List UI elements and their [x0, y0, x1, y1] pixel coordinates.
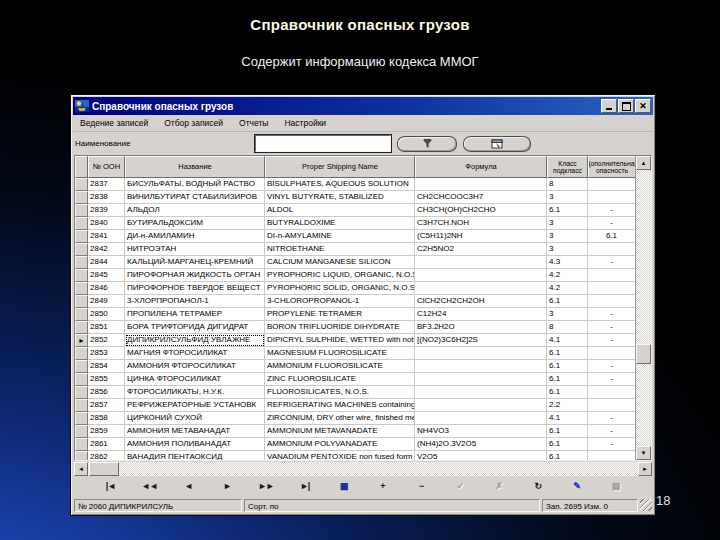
resize-grip[interactable] [640, 499, 652, 511]
cell-class[interactable]: 4.2 [547, 269, 588, 282]
cell-proper-shipping-name[interactable]: CALCIUM MANGANESE SILICON [265, 256, 415, 269]
cell-name[interactable]: КАЛЬЦИЙ-МАРГАНЕЦ-КРЕМНИЙ [125, 256, 265, 269]
nav-first-button[interactable]: |◄ [98, 481, 122, 491]
cell-name[interactable]: РЕФРИЖЕРАТОРНЫЕ УСТАНОВК [125, 399, 265, 412]
vertical-scrollbar[interactable]: ▲ ▼ [635, 156, 651, 460]
row-indicator[interactable] [75, 178, 88, 191]
nav-next-button[interactable]: ► [215, 481, 239, 491]
cell-class[interactable]: 6.1 [547, 295, 588, 308]
cell-un-number[interactable]: 2862 [88, 451, 125, 461]
cell-additional-hazard[interactable]: - [588, 412, 636, 425]
filter-button[interactable] [397, 136, 457, 152]
row-indicator[interactable] [75, 243, 88, 256]
cell-formula[interactable] [415, 386, 547, 399]
cell-formula[interactable] [415, 373, 547, 386]
cell-class[interactable]: 6.1 [547, 438, 588, 451]
cell-un-number[interactable]: 2845 [88, 269, 125, 282]
cell-un-number[interactable]: 2844 [88, 256, 125, 269]
header-formula[interactable]: Формула [415, 156, 547, 178]
cell-un-number[interactable]: 2856 [88, 386, 125, 399]
cell-class[interactable]: 4.3 [547, 256, 588, 269]
cell-un-number[interactable]: 2851 [88, 321, 125, 334]
cell-name[interactable]: БИСУЛЬФАТЫ, ВОДНЫЙ РАСТВО [125, 178, 265, 191]
cell-formula[interactable] [415, 412, 547, 425]
cell-formula[interactable]: BF3.2H2O [415, 321, 547, 334]
cell-un-number[interactable]: 2840 [88, 217, 125, 230]
cell-un-number[interactable]: 2841 [88, 230, 125, 243]
row-indicator[interactable] [75, 399, 88, 412]
cell-proper-shipping-name[interactable]: 3-CHLOROPROPANOL-1 [265, 295, 415, 308]
scroll-right-arrow-icon[interactable]: ► [638, 462, 652, 476]
cell-formula[interactable] [415, 282, 547, 295]
nav-filter-pen-button[interactable]: ✎ [565, 481, 589, 491]
nav-refresh-button[interactable]: ↻ [526, 481, 550, 491]
cell-proper-shipping-name[interactable]: DI-n-AMYLAMINE [265, 230, 415, 243]
cell-un-number[interactable]: 2846 [88, 282, 125, 295]
cell-un-number[interactable]: 2850 [88, 308, 125, 321]
horizontal-scrollbar[interactable]: ◄ ► [74, 462, 652, 476]
cell-class[interactable]: 4.1 [547, 334, 588, 347]
cell-proper-shipping-name[interactable]: AMMONIUM FLUOROSILICATE [265, 360, 415, 373]
cell-formula[interactable]: C12H24 [415, 308, 547, 321]
cell-name[interactable]: БУТИРАЛЬДОКСИМ [125, 217, 265, 230]
cell-proper-shipping-name[interactable]: MAGNESIUM FLUOROSILICATE [265, 347, 415, 360]
cell-name[interactable]: ЦИНКА ФТОРОСИЛИКАТ [125, 373, 265, 386]
cell-class[interactable]: 6.1 [547, 451, 588, 461]
row-indicator[interactable] [75, 269, 88, 282]
cell-un-number[interactable]: 2838 [88, 191, 125, 204]
cell-class[interactable]: 3 [547, 217, 588, 230]
cell-class[interactable]: 6.1 [547, 386, 588, 399]
cell-additional-hazard[interactable]: - [588, 256, 636, 269]
cell-additional-hazard[interactable] [588, 243, 636, 256]
row-indicator[interactable] [75, 321, 88, 334]
nav-prior-button[interactable]: ◄ [176, 481, 200, 491]
minimize-button[interactable] [601, 99, 617, 113]
row-indicator[interactable] [75, 386, 88, 399]
cell-name[interactable]: ПИРОФОРНАЯ ЖИДКОСТЬ ОРГАН [125, 269, 265, 282]
cell-un-number[interactable]: 2857 [88, 399, 125, 412]
cell-class[interactable]: 6.1 [547, 425, 588, 438]
cell-additional-hazard[interactable]: - [588, 334, 636, 347]
row-indicator[interactable] [75, 295, 88, 308]
cell-proper-shipping-name[interactable]: REFRIGERATING MACHINES containing no [265, 399, 415, 412]
cell-un-number[interactable]: 2852 [88, 334, 125, 347]
cell-formula[interactable]: C3H7CH.NOH [415, 217, 547, 230]
row-indicator[interactable] [75, 438, 88, 451]
nav-next-page-button[interactable]: ►► [254, 481, 278, 491]
cell-class[interactable]: 3 [547, 243, 588, 256]
cell-proper-shipping-name[interactable]: PYROPHORIC SOLID, ORGANIC, N.O.S. [265, 282, 415, 295]
cell-formula[interactable]: ClCH2CH2CH2OH [415, 295, 547, 308]
row-indicator[interactable] [75, 256, 88, 269]
cell-proper-shipping-name[interactable]: FLUOROSILICATES, N.O.S. [265, 386, 415, 399]
cell-proper-shipping-name[interactable]: BISULPHATES, AQUEOUS SOLUTION [265, 178, 415, 191]
cell-un-number[interactable]: 2855 [88, 373, 125, 386]
cell-class[interactable]: 6.1 [547, 373, 588, 386]
row-indicator[interactable] [75, 412, 88, 425]
cell-formula[interactable]: V2O5 [415, 451, 547, 461]
cell-proper-shipping-name[interactable]: ALDOL [265, 204, 415, 217]
cell-additional-hazard[interactable]: - [588, 321, 636, 334]
cell-additional-hazard[interactable] [588, 178, 636, 191]
cell-class[interactable]: 3 [547, 230, 588, 243]
cell-un-number[interactable]: 2853 [88, 347, 125, 360]
menu-item-reports[interactable]: Отчеты [236, 116, 275, 130]
cell-proper-shipping-name[interactable]: DIPICRYL SULPHIDE, WETTED with not les [265, 334, 415, 347]
row-indicator[interactable]: ► [75, 334, 88, 347]
cell-class[interactable]: 8 [547, 178, 588, 191]
cell-formula[interactable] [415, 269, 547, 282]
maximize-button[interactable] [618, 99, 634, 113]
cell-additional-hazard[interactable] [588, 347, 636, 360]
nav-prior-page-button[interactable]: ◄◄ [137, 481, 161, 491]
cell-formula[interactable]: NH4VO3 [415, 425, 547, 438]
cell-formula[interactable] [415, 256, 547, 269]
cell-name[interactable]: БОРА ТРИФТОРИДА ДИГИДРАТ [125, 321, 265, 334]
header-class[interactable]: Класс подкласс [547, 156, 588, 178]
scroll-up-arrow-icon[interactable]: ▲ [636, 156, 651, 170]
cell-proper-shipping-name[interactable]: VINYL BUTYRATE, STABILIZED [265, 191, 415, 204]
cell-proper-shipping-name[interactable]: NITROETHANE [265, 243, 415, 256]
cell-name[interactable]: ПРОПИЛЕНА ТЕТРАМЕР [125, 308, 265, 321]
header-proper-shipping-name[interactable]: Proper Shipping Name [265, 156, 415, 178]
cell-formula[interactable] [415, 399, 547, 412]
menu-item-records-filter[interactable]: Отбор записей [161, 116, 230, 130]
cell-proper-shipping-name[interactable]: AMMONIUM METAVANADATE [265, 425, 415, 438]
